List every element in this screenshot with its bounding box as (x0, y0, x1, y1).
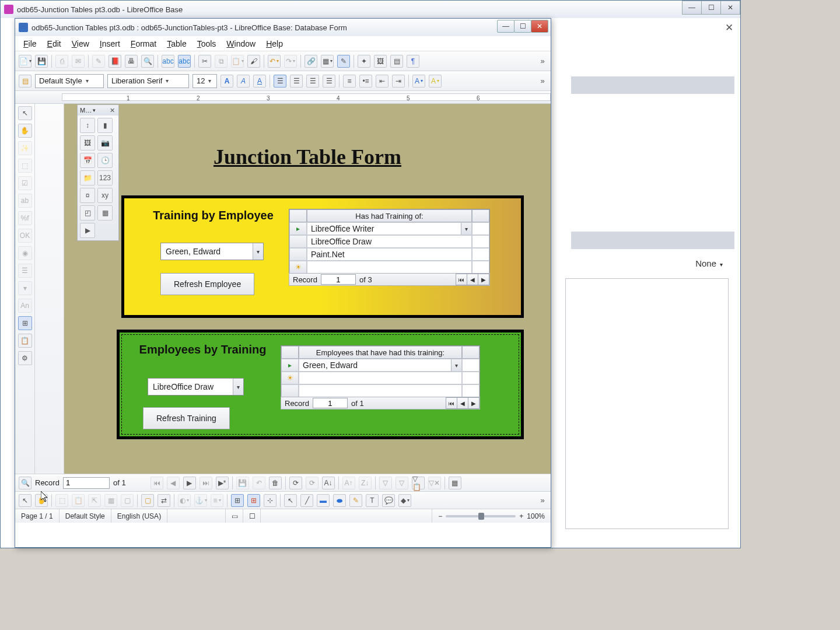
grid-cell[interactable]: LibreOffice Draw (307, 235, 472, 248)
redo-button[interactable]: ↷ (284, 55, 297, 68)
sort-asc-button[interactable]: A↑ (342, 477, 355, 489)
pushbutton-tool[interactable]: OK (18, 229, 32, 243)
signature-status[interactable]: ☐ (243, 509, 261, 523)
listbox-tool[interactable]: ☰ (18, 264, 32, 278)
apply-filter-button[interactable]: ▽ (396, 477, 408, 489)
display-grid-button[interactable]: ⊞ (231, 494, 244, 507)
group-box-tool[interactable]: ◰ (80, 205, 95, 220)
new-row-icon[interactable]: ☀ (289, 261, 307, 274)
next-record-button[interactable]: ▶ (478, 274, 489, 285)
form-maximize-button[interactable]: ☐ (514, 20, 531, 33)
select-arrow-tool[interactable]: ↖ (284, 494, 297, 507)
align-tool[interactable]: ≡ (211, 494, 223, 507)
more-controls-palette[interactable]: M…▾✕ ↕ ▮ 🖼 📷 📅 🕒 📁 123 ¤ xy ◰ ▦ (77, 104, 119, 241)
menu-tools[interactable]: Tools (194, 38, 220, 50)
pdf-button[interactable]: 📕 (108, 55, 121, 68)
edit-button[interactable]: ✎ (92, 55, 105, 68)
form-props-tool[interactable]: ⚙ (18, 351, 32, 365)
menu-format[interactable]: Format (127, 38, 160, 50)
prev-record-button[interactable]: ◀ (167, 477, 180, 489)
callout-tool[interactable]: 💬 (382, 494, 395, 507)
italic-button[interactable]: A (237, 75, 250, 88)
more-controls-tool[interactable]: ⊞ (18, 316, 32, 330)
textbox-tool[interactable]: T (366, 494, 379, 507)
grid-cell[interactable]: Green, Edward▾ (299, 359, 462, 372)
new-row-icon[interactable]: ☀ (281, 372, 299, 384)
image-control-tool[interactable]: 📷 (97, 135, 113, 150)
preview-button[interactable]: 🔍 (141, 55, 154, 68)
increase-indent-button[interactable]: ⇥ (392, 75, 405, 88)
employee-combo[interactable]: Green, Edward▾ (160, 243, 264, 260)
form-design-tool[interactable]: ⬚ (18, 159, 32, 173)
horizontal-ruler[interactable]: 1 2 3 4 5 6 (15, 91, 551, 104)
datasources-button[interactable]: ▤ (390, 55, 403, 68)
sidebar-close-icon[interactable]: ✕ (725, 22, 733, 34)
numeric-tool[interactable]: 123 (97, 170, 113, 186)
last-record-button[interactable]: ⏭ (200, 477, 212, 489)
outer-close-button[interactable]: ✕ (720, 1, 740, 15)
employees-grid[interactable]: Employees that have had this training: ▸… (281, 345, 480, 398)
remove-filter-button[interactable]: ▽✕ (428, 477, 441, 489)
employees-by-training-panel[interactable]: Employees by Training LibreOffice Draw▾ … (117, 330, 524, 439)
new-record-button[interactable]: ▶* (216, 477, 229, 489)
formatted-tool[interactable]: %f (18, 211, 32, 225)
numbered-list-button[interactable]: ≡ (343, 75, 356, 88)
cut-button[interactable]: ✂ (198, 55, 211, 68)
combo-tool[interactable]: ▾ (18, 281, 32, 295)
row-marker-icon[interactable]: ▸ (289, 222, 307, 235)
zoom-in-button[interactable]: + (519, 512, 523, 520)
toolbar-more-icon[interactable]: » (538, 76, 547, 85)
rectangle-tool[interactable]: ▬ (317, 494, 330, 507)
spin-button-tool[interactable]: ↕ (80, 118, 95, 133)
guides-when-moving-button[interactable]: ⊹ (264, 494, 276, 507)
save-button[interactable]: 💾 (35, 55, 48, 68)
label-tool[interactable]: An (18, 299, 32, 313)
save-record-button[interactable]: 💾 (236, 477, 249, 489)
navbar-tool[interactable]: ▶ (80, 223, 95, 238)
insert-mode-status[interactable] (167, 509, 226, 523)
form-navigator-tool[interactable]: ▢ (141, 494, 154, 507)
table-button[interactable]: ▦ (321, 55, 334, 68)
find-record-button[interactable]: 🔍 (19, 477, 32, 489)
delete-record-button[interactable]: 🗑 (269, 477, 282, 489)
scrollbar-tool[interactable]: ▮ (97, 118, 113, 133)
form-filter-button[interactable]: ▽📋 (412, 477, 425, 489)
first-record-button[interactable]: ⏮ (456, 274, 467, 285)
outer-maximize-button[interactable]: ☐ (701, 1, 721, 15)
zoom-out-button[interactable]: − (438, 512, 442, 520)
record-number-input[interactable] (321, 274, 356, 285)
mail-button[interactable]: ✉ (72, 55, 85, 68)
undo-record-button[interactable]: ↶ (253, 477, 265, 489)
design-onoff-tool[interactable]: ✋ (18, 124, 32, 138)
grid-row-header[interactable] (289, 209, 307, 222)
font-name-combo[interactable]: Liberation Serif▾ (107, 74, 189, 88)
checkbox-tool[interactable]: ☑ (18, 176, 32, 190)
underline-button[interactable]: A (253, 75, 266, 88)
snap-to-grid-button[interactable]: ⊞ (247, 494, 260, 507)
option-tool[interactable]: ◉ (18, 246, 32, 260)
sort-button[interactable]: A↓ (322, 477, 335, 489)
row-marker-icon[interactable]: ▸ (281, 359, 299, 372)
align-justify-button[interactable]: ☰ (323, 75, 335, 88)
refresh-control-button[interactable]: ⟳ (306, 477, 318, 489)
next-record-button[interactable]: ▶ (468, 397, 480, 409)
align-left-button[interactable]: ☰ (274, 75, 286, 88)
outer-minimize-button[interactable]: — (682, 1, 702, 15)
menu-file[interactable]: File (20, 38, 40, 50)
select-tool[interactable]: ↖ (18, 106, 32, 120)
image-button-tool[interactable]: 🖼 (80, 135, 95, 150)
menu-table[interactable]: Table (163, 38, 190, 50)
prev-record-button[interactable]: ◀ (467, 274, 478, 285)
auto-spellcheck-button[interactable]: abc (178, 55, 191, 68)
table-control-tool[interactable]: ▦ (97, 205, 113, 220)
zoom-slider[interactable] (446, 515, 516, 517)
bold-button[interactable]: A (220, 75, 233, 88)
grid-cell[interactable]: LibreOffice Writer▾ (307, 222, 472, 235)
auto-control-tool[interactable]: ⚓ (194, 494, 207, 507)
toolbar-more-icon[interactable]: » (538, 496, 547, 505)
gallery-button[interactable]: 🖼 (374, 55, 387, 68)
sort-desc-button[interactable]: Z↓ (359, 477, 372, 489)
date-field-tool[interactable]: 📅 (80, 153, 95, 168)
basic-shapes-tool[interactable]: ◆ (398, 494, 411, 507)
refresh-training-button[interactable]: Refresh Training (143, 407, 230, 429)
